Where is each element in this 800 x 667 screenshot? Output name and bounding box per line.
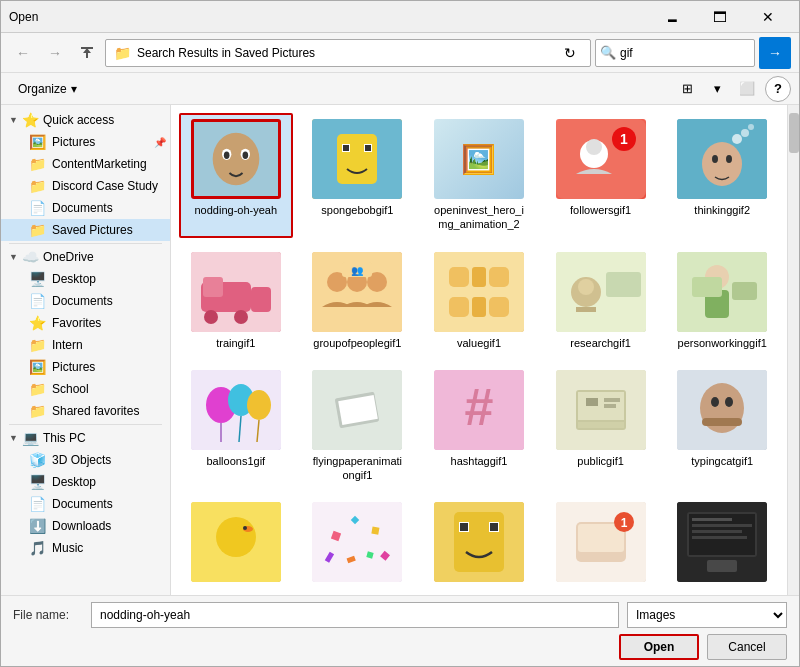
3d-objects-icon: 🧊 (29, 452, 46, 468)
file-item[interactable]: valuegif1 (422, 246, 536, 356)
address-box[interactable]: 📁 Search Results in Saved Pictures ↻ (105, 39, 591, 67)
intern-od-icon: 📁 (29, 337, 46, 353)
onedrive-cloud-icon: ☁️ (22, 249, 39, 265)
svg-point-21 (726, 155, 732, 163)
quick-access-header[interactable]: ▼ ⭐ Quick access (1, 109, 170, 131)
file-item[interactable]: publicgif1 (544, 364, 658, 489)
svg-rect-37 (434, 252, 524, 332)
file-thumbnail: 1 (556, 119, 646, 199)
open-button[interactable]: Open (619, 634, 699, 660)
documents-icon: 📄 (29, 200, 46, 216)
sidebar-item-pictures-od[interactable]: 🖼️ Pictures (1, 356, 170, 378)
refresh-button[interactable]: ↻ (558, 41, 582, 65)
sidebar-item-documents-od[interactable]: 📄 Documents (1, 290, 170, 312)
up-button[interactable] (73, 39, 101, 67)
right-scrollbar[interactable] (787, 105, 799, 595)
organize-label: Organize (18, 82, 67, 96)
view-dropdown-button[interactable]: ▾ (703, 76, 731, 102)
search-input[interactable] (620, 46, 770, 60)
svg-point-47 (578, 279, 594, 295)
search-go-button[interactable]: → (759, 37, 791, 69)
file-item[interactable]: 👥 groupofpeoplegif1 (301, 246, 415, 356)
file-name: hashtaggif1 (451, 454, 508, 468)
file-item[interactable] (422, 496, 536, 592)
sidebar-item-downloads-pc[interactable]: ⬇️ Downloads (1, 515, 170, 537)
file-grid-container[interactable]: nodding-oh-yeah spongebobgif1🖼️openinves… (171, 105, 787, 595)
sidebar-item-music-pc[interactable]: 🎵 Music (1, 537, 170, 559)
file-thumbnail (556, 252, 646, 332)
file-item[interactable]: thinkinggif2 (665, 113, 779, 238)
grid-view-icon: ⊞ (682, 81, 693, 96)
svg-rect-30 (251, 287, 271, 312)
maximize-button[interactable]: 🗖 (697, 3, 743, 31)
filetype-select[interactable]: Images (627, 602, 787, 628)
sidebar-item-intern-od[interactable]: 📁 Intern (1, 334, 170, 356)
file-thumbnail: 👥 (312, 252, 402, 332)
svg-rect-45 (606, 272, 641, 297)
view-preview-button[interactable]: ⬜ (733, 76, 761, 102)
file-item[interactable] (179, 496, 293, 592)
sidebar-item-3d-objects[interactable]: 🧊 3D Objects (1, 449, 170, 471)
help-button[interactable]: ? (765, 76, 791, 102)
file-item[interactable]: personworkinggif1 (665, 246, 779, 356)
svg-rect-69 (586, 398, 598, 406)
sidebar-item-pictures[interactable]: 🖼️ Pictures 📌 (1, 131, 170, 153)
thispc-header[interactable]: ▼ 💻 This PC (1, 427, 170, 449)
file-name: flyingpaperanimationgif1 (312, 454, 402, 483)
sidebar-item-discord-case-study[interactable]: 📁 Discord Case Study (1, 175, 170, 197)
svg-rect-83 (312, 502, 402, 582)
folder-icon: 📁 (114, 45, 131, 61)
close-button[interactable]: ✕ (745, 3, 791, 31)
sidebar-item-favorites-od[interactable]: ⭐ Favorites (1, 312, 170, 334)
sidebar-item-saved-pictures[interactable]: 📁 Saved Pictures (1, 219, 170, 241)
file-thumbnail (677, 252, 767, 332)
sidebar: ▼ ⭐ Quick access 🖼️ Pictures 📌 📁 Content… (1, 105, 171, 595)
svg-point-2 (212, 133, 259, 185)
file-item[interactable]: typingcatgif1 (665, 364, 779, 489)
svg-rect-38 (449, 267, 469, 287)
file-thumbnail (677, 119, 767, 199)
file-item[interactable]: spongebobgif1 (301, 113, 415, 238)
forward-button[interactable]: → (41, 39, 69, 67)
svg-point-28 (204, 310, 218, 324)
svg-rect-48 (576, 307, 596, 312)
onedrive-label: OneDrive (43, 250, 94, 264)
minimize-button[interactable]: 🗕 (649, 3, 695, 31)
file-name: groupofpeoplegif1 (313, 336, 401, 350)
cancel-button[interactable]: Cancel (707, 634, 787, 660)
file-item[interactable]: traingif1 (179, 246, 293, 356)
file-thumbnail (191, 119, 281, 199)
file-item[interactable]: 🖼️openinvest_hero_img_animation_2 (422, 113, 536, 238)
file-item[interactable]: nodding-oh-yeah (179, 113, 293, 238)
file-item[interactable] (665, 496, 779, 592)
file-item[interactable]: balloons1gif (179, 364, 293, 489)
file-item[interactable]: flyingpaperanimationgif1 (301, 364, 415, 489)
filename-input[interactable] (91, 602, 619, 628)
desktop-pc-icon: 🖥️ (29, 474, 46, 490)
svg-point-22 (732, 134, 742, 144)
svg-rect-106 (692, 524, 752, 527)
file-item[interactable] (301, 496, 415, 592)
file-item[interactable]: 1 followersgif1 (544, 113, 658, 238)
back-button[interactable]: ← (9, 39, 37, 67)
sidebar-item-school-od[interactable]: 📁 School (1, 378, 170, 400)
sidebar-item-shared-favorites-od[interactable]: 📁 Shared favorites (1, 400, 170, 422)
onedrive-header[interactable]: ▼ ☁️ OneDrive (1, 246, 170, 268)
file-thumbnail: # (434, 370, 524, 450)
sidebar-item-documents[interactable]: 📄 Documents (1, 197, 170, 219)
view-grid-button[interactable]: ⊞ (673, 76, 701, 102)
file-thumbnail (191, 252, 281, 332)
view-buttons: ⊞ ▾ ⬜ (673, 76, 761, 102)
file-item[interactable]: # hashtaggif1 (422, 364, 536, 489)
file-item[interactable]: researchgif1 (544, 246, 658, 356)
sidebar-item-desktop-pc[interactable]: 🖥️ Desktop (1, 471, 170, 493)
documents-od-icon: 📄 (29, 293, 46, 309)
organize-button[interactable]: Organize ▾ (9, 78, 86, 100)
sidebar-item-desktop-od[interactable]: 🖥️ Desktop (1, 268, 170, 290)
svg-point-82 (243, 526, 247, 530)
downloads-pc-icon: ⬇️ (29, 518, 46, 534)
sidebar-item-contentmarketing[interactable]: 📁 ContentMarketing (1, 153, 170, 175)
file-item[interactable]: 1 (544, 496, 658, 592)
sidebar-item-documents-pc[interactable]: 📄 Documents (1, 493, 170, 515)
music-pc-icon: 🎵 (29, 540, 46, 556)
